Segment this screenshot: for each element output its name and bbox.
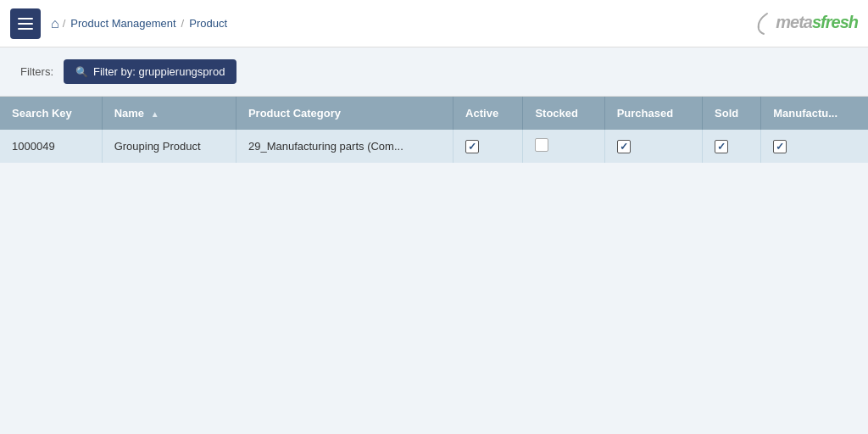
table-body: 1000049 Grouping Product 29_Manufacturin… bbox=[0, 130, 868, 163]
col-name[interactable]: Name ▲ bbox=[102, 97, 236, 130]
breadcrumb: / Product Management / Product bbox=[63, 17, 755, 30]
col-manufactured[interactable]: Manufactu... bbox=[761, 97, 868, 130]
col-search-key[interactable]: Search Key bbox=[0, 97, 102, 130]
home-icon[interactable]: ⌂ bbox=[51, 16, 59, 31]
cell-manufactured: ✓ bbox=[761, 130, 868, 163]
col-stocked[interactable]: Stocked bbox=[523, 97, 604, 130]
filter-button-label: Filter by: gruppierungsprod bbox=[93, 65, 225, 78]
col-sold[interactable]: Sold bbox=[703, 97, 761, 130]
col-product-category[interactable]: Product Category bbox=[236, 97, 453, 130]
manufactured-checkbox[interactable]: ✓ bbox=[773, 140, 787, 153]
breadcrumb-product-management[interactable]: Product Management bbox=[70, 17, 175, 30]
breadcrumb-sep-1: / bbox=[63, 17, 66, 30]
logo-text-green: sfresh bbox=[812, 13, 858, 31]
sold-checkbox[interactable]: ✓ bbox=[715, 140, 728, 153]
breadcrumb-product[interactable]: Product bbox=[189, 17, 227, 30]
cell-active: ✓ bbox=[453, 130, 523, 163]
col-purchased[interactable]: Purchased bbox=[604, 97, 702, 130]
filters-bar: Filters: 🔍 Filter by: gruppierungsprod bbox=[0, 47, 868, 96]
table-row[interactable]: 1000049 Grouping Product 29_Manufacturin… bbox=[0, 130, 868, 163]
logo-text: meta bbox=[776, 13, 812, 31]
cell-product-category: 29_Manufacturing parts (Com... bbox=[236, 130, 453, 163]
stocked-checkbox[interactable] bbox=[535, 138, 548, 152]
top-navigation: ⌂ / Product Management / Product metasfr… bbox=[0, 0, 868, 47]
products-table: Search Key Name ▲ Product Category Activ… bbox=[0, 97, 868, 163]
cell-stocked bbox=[523, 130, 604, 163]
filters-label: Filters: bbox=[20, 65, 53, 78]
cell-purchased: ✓ bbox=[604, 130, 702, 163]
logo: metasfresh bbox=[755, 12, 858, 36]
filter-button[interactable]: 🔍 Filter by: gruppierungsprod bbox=[64, 59, 236, 84]
sort-icon: ▲ bbox=[151, 109, 159, 119]
table-header: Search Key Name ▲ Product Category Activ… bbox=[0, 97, 868, 130]
cell-name: Grouping Product bbox=[102, 130, 236, 163]
cell-search-key: 1000049 bbox=[0, 130, 102, 163]
purchased-checkbox[interactable]: ✓ bbox=[617, 140, 631, 153]
empty-area bbox=[0, 163, 868, 400]
active-checkbox[interactable]: ✓ bbox=[465, 140, 479, 153]
table-container: Search Key Name ▲ Product Category Activ… bbox=[0, 96, 868, 163]
col-active[interactable]: Active bbox=[453, 97, 523, 130]
cell-sold: ✓ bbox=[703, 130, 761, 163]
logo-curve-icon bbox=[755, 12, 771, 36]
menu-button[interactable] bbox=[10, 8, 41, 39]
search-icon: 🔍 bbox=[75, 66, 88, 78]
breadcrumb-sep-2: / bbox=[181, 17, 185, 30]
